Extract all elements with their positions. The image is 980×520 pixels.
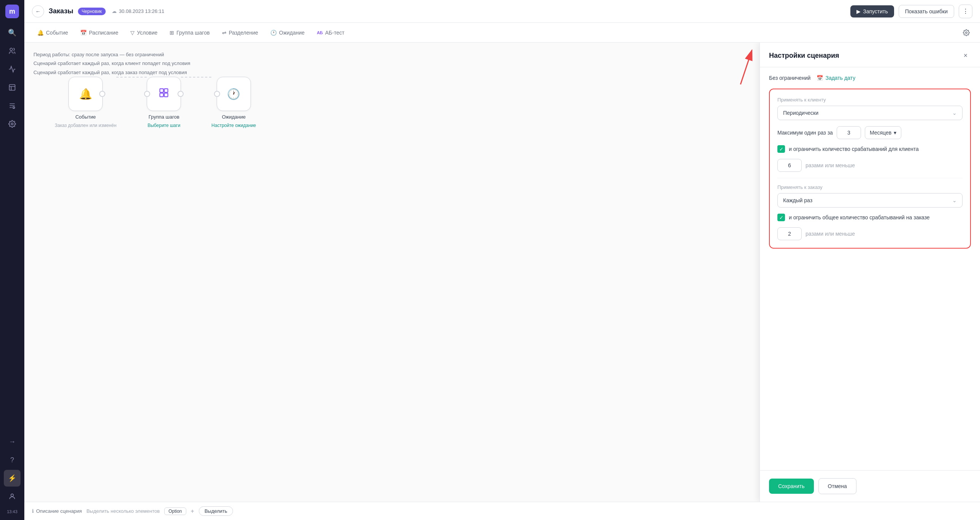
- cloud-icon: ☁: [112, 8, 117, 14]
- set-date-button[interactable]: 📅 Задать дату: [816, 75, 855, 81]
- condition-icon: ▽: [130, 30, 135, 36]
- sidebar-item-settings[interactable]: [4, 116, 21, 132]
- more-button[interactable]: ⋮: [959, 5, 972, 18]
- step-group-icon: ⊞: [170, 30, 174, 36]
- flow-node-event[interactable]: 🔔 Событие Заказ добавлен или изменён: [55, 77, 116, 128]
- limit-order-times-label: разами или меньше: [805, 231, 855, 237]
- back-button[interactable]: ←: [32, 5, 44, 17]
- wait-link[interactable]: Настройте ожидание: [212, 123, 256, 128]
- tab-condition[interactable]: ▽ Условие: [125, 27, 163, 39]
- sidebar-item-integrations[interactable]: [4, 97, 21, 114]
- divider-1: [777, 178, 963, 178]
- limit-order-label: и ограничить общее количество срабатыван…: [789, 215, 930, 221]
- event-node-box[interactable]: 🔔: [68, 77, 103, 111]
- tab-schedule[interactable]: 📅 Расписание: [75, 27, 124, 39]
- panel-close-button[interactable]: ×: [960, 50, 971, 61]
- run-button[interactable]: ▶ Запустить: [850, 5, 894, 17]
- max-once-input[interactable]: [837, 126, 861, 139]
- svg-point-4: [11, 494, 14, 496]
- cancel-button[interactable]: Отмена: [818, 478, 856, 494]
- svg-rect-6: [160, 89, 164, 92]
- sidebar-item-users[interactable]: [4, 43, 21, 59]
- header-date: ☁ 30.08.2023 13:26:11: [112, 8, 164, 14]
- sidebar-item-search[interactable]: 🔍: [4, 24, 21, 41]
- limit-client-checkbox-row[interactable]: ✓ и ограничить количество срабатываний д…: [777, 145, 963, 153]
- flow-line-1: [116, 77, 147, 78]
- max-once-label: Максимум один раз за: [777, 130, 833, 136]
- period-chevron: ▾: [894, 130, 896, 136]
- tab-event[interactable]: 🔔 Событие: [32, 27, 73, 39]
- select-button[interactable]: Выделить: [199, 506, 233, 516]
- panel-footer: Сохранить Отмена: [760, 470, 980, 502]
- tab-split[interactable]: ⇌ Разделение: [217, 27, 263, 39]
- tabbar: 🔔 Событие 📅 Расписание ▽ Условие ⊞ Групп…: [24, 23, 980, 43]
- apply-to-order-select[interactable]: Каждый раз ⌄: [777, 193, 963, 208]
- step-group-node-box[interactable]: [147, 77, 181, 111]
- no-limit-label: Без ограничений: [769, 75, 810, 81]
- flow-canvas: 🔔 Событие Заказ добавлен или изменён: [55, 77, 256, 128]
- split-icon: ⇌: [222, 30, 227, 36]
- tab-ab-test[interactable]: АБ АБ-тест: [311, 27, 350, 39]
- multi-select-hint: Выделить несколько элементов: [86, 508, 160, 514]
- limit-client-times-row: разами или меньше: [777, 159, 963, 172]
- flow-line-2: [181, 77, 212, 78]
- wait-label: Ожидание: [222, 114, 246, 120]
- apply-select-chevron: ⌄: [952, 110, 957, 116]
- apply-to-order-field: Применять к заказу Каждый раз ⌄: [777, 184, 963, 208]
- page-title: Заказы: [49, 7, 73, 15]
- save-button[interactable]: Сохранить: [769, 479, 814, 494]
- svg-point-3: [11, 123, 13, 125]
- wait-node-box[interactable]: 🕐: [217, 77, 251, 111]
- step-group-icon: [159, 87, 169, 100]
- apply-to-order-label: Применять к заказу: [777, 184, 963, 190]
- event-icon: 🔔: [37, 30, 44, 36]
- date-row: Без ограничений 📅 Задать дату: [769, 75, 971, 81]
- limit-order-times-input[interactable]: [777, 227, 802, 240]
- tab-step-group[interactable]: ⊞ Группа шагов: [164, 27, 215, 39]
- event-sublabel: Заказ добавлен или изменён: [55, 123, 116, 128]
- limit-client-times-label: разами или меньше: [805, 162, 855, 169]
- calendar-icon: 📅: [816, 75, 823, 81]
- settings-panel: Настройки сценария × Без ограничений 📅 З…: [759, 43, 980, 502]
- bell-icon: 🔔: [79, 88, 92, 100]
- sidebar: m 🔍 → ? ⚡ 13:43: [0, 0, 24, 520]
- sidebar-logo: m: [5, 5, 19, 18]
- plus-sign: +: [191, 508, 194, 515]
- bottom-info: ℹ Описание сценария: [32, 508, 82, 514]
- option-key: Option: [164, 507, 186, 515]
- sidebar-item-analytics[interactable]: [4, 79, 21, 96]
- panel-title: Настройки сценария: [769, 52, 839, 60]
- sidebar-time: 13:43: [7, 509, 18, 515]
- svg-point-5: [966, 32, 967, 33]
- status-badge: Черновик: [78, 8, 106, 15]
- flow-node-wait[interactable]: 🕐 Ожидание Настройте ожидание: [212, 77, 256, 128]
- wait-left-connector: [214, 91, 220, 97]
- limit-order-checkbox-row[interactable]: ✓ и ограничить общее количество срабатыв…: [777, 214, 963, 221]
- event-label: Событие: [75, 114, 96, 120]
- canvas-settings-icon[interactable]: [960, 27, 972, 39]
- apply-to-client-select[interactable]: Периодически ⌄: [777, 106, 963, 120]
- limit-order-times-row: разами или меньше: [777, 227, 963, 240]
- sidebar-item-export[interactable]: →: [4, 433, 21, 450]
- apply-order-chevron: ⌄: [952, 197, 957, 204]
- tab-wait[interactable]: 🕐 Ожидание: [265, 27, 310, 39]
- step-group-link[interactable]: Выберите шаги: [148, 123, 180, 128]
- sidebar-item-profile[interactable]: [4, 488, 21, 505]
- step-group-left-connector: [144, 91, 150, 97]
- sidebar-item-campaigns[interactable]: [4, 61, 21, 78]
- play-icon: ▶: [856, 8, 861, 14]
- event-right-connector: [99, 91, 105, 97]
- sidebar-item-lightning[interactable]: ⚡: [4, 470, 21, 487]
- flow-node-step-group[interactable]: Группа шагов Выберите шаги: [147, 77, 181, 128]
- limit-order-checkbox[interactable]: ✓: [777, 214, 785, 221]
- svg-rect-8: [160, 93, 164, 97]
- limit-client-times-input[interactable]: [777, 159, 802, 172]
- sidebar-item-help[interactable]: ?: [4, 452, 21, 468]
- scenario-description-label: Описание сценария: [36, 508, 82, 514]
- panel-body: Без ограничений 📅 Задать дату Применять …: [760, 67, 980, 256]
- apply-to-client-label: Применять к клиенту: [777, 97, 963, 103]
- show-errors-button[interactable]: Показать ошибки: [899, 5, 954, 18]
- period-select[interactable]: Месяцев ▾: [865, 126, 901, 139]
- limit-client-checkbox[interactable]: ✓: [777, 145, 785, 153]
- clock-icon: 🕐: [227, 88, 240, 100]
